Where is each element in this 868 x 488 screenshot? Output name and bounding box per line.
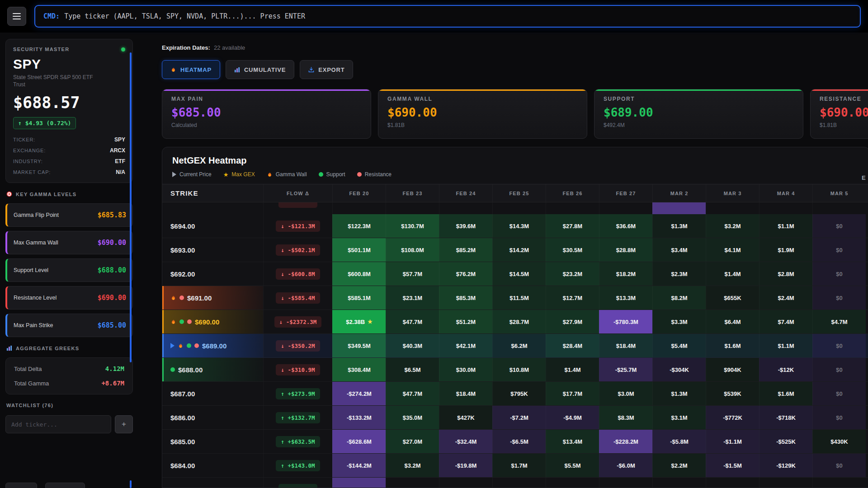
sidebar-scrollbar-thumb[interactable]: [130, 52, 132, 362]
gex-cell[interactable]: $1.4M: [706, 262, 759, 286]
gex-cell[interactable]: $23.1M: [386, 286, 439, 310]
gex-cell[interactable]: $47.7M: [386, 310, 439, 333]
gex-cell[interactable]: $2.38B★: [332, 310, 386, 333]
gamma-level-item-max-pain-strike[interactable]: Max Pain Strike$685.00: [5, 314, 133, 337]
gex-cell[interactable]: $130.7M: [386, 214, 439, 238]
gex-cell[interactable]: $47.7M: [386, 382, 439, 405]
gex-cell[interactable]: $28.8M: [599, 238, 652, 262]
strike-cell[interactable]: $690.00: [162, 310, 263, 333]
heatmap-row-684-00[interactable]: $684.00↑ +$143.0M-$144.2M$3.2M-$19.8M$1.…: [162, 454, 868, 478]
gex-cell[interactable]: $18.4M: [439, 382, 492, 405]
gex-cell[interactable]: $0: [812, 382, 866, 405]
gex-cell[interactable]: -$6.5M: [492, 430, 546, 453]
gex-cell[interactable]: -$772K: [706, 406, 759, 429]
gex-cell[interactable]: -$274.2M: [332, 382, 386, 405]
gex-cell[interactable]: $904K: [706, 358, 759, 381]
gex-cell[interactable]: $30.0M: [439, 358, 492, 381]
gex-cell[interactable]: $1.6M: [706, 334, 759, 357]
gex-cell[interactable]: $1.1M: [759, 334, 812, 357]
gex-cell[interactable]: $6.2M: [492, 334, 546, 357]
gex-cell[interactable]: -$525K: [759, 430, 812, 453]
gex-cell[interactable]: $13.4M: [546, 430, 599, 453]
gex-cell[interactable]: $427K: [439, 406, 492, 429]
gex-cell[interactable]: $3.3M: [652, 310, 706, 333]
gex-cell[interactable]: $14.3M: [492, 214, 546, 238]
gamma-level-item-max-gamma-wall[interactable]: Max Gamma Wall$690.00: [5, 231, 133, 254]
heatmap-row-689-00[interactable]: $689.00↓ -$350.2M$349.5M$40.3M$42.1M$6.2…: [162, 334, 868, 358]
strike-cell[interactable]: $687.00: [162, 382, 263, 405]
gex-cell[interactable]: $18.2M: [599, 262, 652, 286]
strike-cell[interactable]: $688.00: [162, 358, 263, 381]
gex-cell[interactable]: $0: [812, 214, 866, 238]
gex-cell[interactable]: $0: [812, 406, 866, 429]
gex-cell[interactable]: $6.4M: [706, 310, 759, 333]
gex-cell[interactable]: -$32.4M: [439, 430, 492, 453]
gex-cell[interactable]: $349.5M: [332, 334, 386, 357]
gamma-level-item-gamma-flip-point[interactable]: Gamma Flip Point$685.83: [5, 203, 133, 227]
strike-cell[interactable]: $685.00: [162, 430, 263, 453]
gex-cell[interactable]: $308.4M: [332, 358, 386, 381]
gamma-level-item-support-level[interactable]: Support Level$688.00: [5, 258, 133, 282]
gex-cell[interactable]: -$5.8M: [652, 430, 706, 453]
gex-cell[interactable]: $2.3M: [652, 262, 706, 286]
gex-cell[interactable]: $36.6M: [599, 214, 652, 238]
gex-cell[interactable]: -$12K: [759, 358, 812, 381]
gex-cell[interactable]: $2.4M: [759, 286, 812, 310]
gex-cell[interactable]: $28.7M: [492, 310, 546, 333]
heatmap-row-685-00[interactable]: $685.00↑ +$632.5M-$628.6M$27.0M-$32.4M-$…: [162, 430, 868, 454]
gex-cell[interactable]: $430K: [812, 430, 866, 453]
gex-cell[interactable]: -$133.2M: [332, 406, 386, 429]
gex-cell[interactable]: $5.4M: [652, 334, 706, 357]
gex-cell[interactable]: -$304K: [652, 358, 706, 381]
strike-cell[interactable]: $691.00: [162, 286, 263, 310]
gex-cell[interactable]: $85.2M: [439, 238, 492, 262]
gex-cell[interactable]: $14.2M: [492, 238, 546, 262]
gex-cell[interactable]: $0: [812, 334, 866, 357]
gex-cell[interactable]: $27.9M: [546, 310, 599, 333]
gex-cell[interactable]: $17.7M: [546, 382, 599, 405]
gex-cell[interactable]: $8.2M: [652, 286, 706, 310]
sidebar-scrollbar-end[interactable]: [130, 480, 132, 488]
strike-cell[interactable]: $689.00: [162, 334, 263, 357]
heatmap-row-688-00[interactable]: $688.00↓ -$310.9M$308.4M$6.5M$30.0M$10.8…: [162, 358, 868, 382]
heatmap-row-690-00[interactable]: $690.00↓ -$2372.3M$2.38B★$47.7M$51.2M$28…: [162, 310, 868, 334]
gex-cell[interactable]: -$1.1M: [706, 430, 759, 453]
gex-cell[interactable]: -$144.2M: [332, 454, 386, 477]
view-button-cumulative[interactable]: CUMULATIVE: [226, 60, 294, 79]
gex-cell[interactable]: $7.4M: [759, 310, 812, 333]
strike-cell[interactable]: $693.00: [162, 238, 263, 262]
gex-cell[interactable]: $40.3M: [386, 334, 439, 357]
gex-cell[interactable]: -$1.5M: [706, 454, 759, 477]
gex-cell[interactable]: $14.5M: [492, 262, 546, 286]
gex-cell[interactable]: -$718K: [759, 406, 812, 429]
gex-cell[interactable]: $23.2M: [546, 262, 599, 286]
gex-cell[interactable]: $3.0M: [599, 382, 652, 405]
gex-cell[interactable]: $4.7M: [812, 310, 866, 333]
gex-cell[interactable]: $8.3M: [599, 406, 652, 429]
gex-cell[interactable]: $3.2M: [706, 214, 759, 238]
strike-cell[interactable]: $684.00: [162, 454, 263, 477]
gex-cell[interactable]: $3.2M: [386, 454, 439, 477]
gex-cell[interactable]: $85.3M: [439, 286, 492, 310]
add-ticker-input[interactable]: [5, 415, 111, 433]
gex-cell[interactable]: $0: [812, 358, 866, 381]
gamma-level-item-resistance-level[interactable]: Resistance Level$690.00: [5, 286, 133, 310]
gex-cell[interactable]: $4.1M: [706, 238, 759, 262]
gex-cell[interactable]: $2.2M: [652, 454, 706, 477]
gex-cell[interactable]: $39.6M: [439, 214, 492, 238]
gex-cell[interactable]: $11.5M: [492, 286, 546, 310]
gex-cell[interactable]: -$7.2M: [492, 406, 546, 429]
gex-cell[interactable]: $1.7M: [492, 454, 546, 477]
gex-cell[interactable]: $0: [812, 454, 866, 477]
gex-cell[interactable]: $501.1M: [332, 238, 386, 262]
gex-cell[interactable]: $600.8M: [332, 262, 386, 286]
watchlist-chip-partial[interactable]: [5, 483, 37, 488]
gex-cell[interactable]: $1.4M: [546, 358, 599, 381]
gex-cell[interactable]: $13.3M: [599, 286, 652, 310]
gex-cell[interactable]: $1.1M: [759, 214, 812, 238]
gex-cell[interactable]: $51.2M: [439, 310, 492, 333]
gex-cell[interactable]: $27.8M: [546, 214, 599, 238]
gex-cell[interactable]: $5.5M: [546, 454, 599, 477]
gex-cell[interactable]: $108.0M: [386, 238, 439, 262]
gex-cell[interactable]: $28.4M: [546, 334, 599, 357]
